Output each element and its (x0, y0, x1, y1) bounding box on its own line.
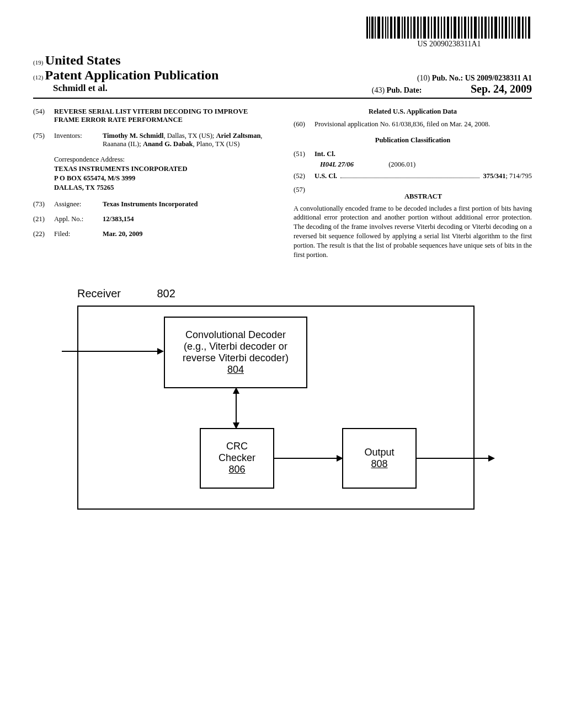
svg-rect-17 (420, 17, 422, 39)
decoder-box: Convolutional Decoder (e.g., Viterbi dec… (164, 317, 307, 388)
output-box: Output 808 (342, 428, 417, 489)
abstract-text: A convolutionally encoded frame to be de… (294, 204, 532, 260)
inventors-value: Timothy M. Schmidl, Dallas, TX (US); Ari… (103, 132, 271, 148)
svg-rect-27 (454, 17, 456, 39)
country-name: United States (45, 53, 121, 67)
pub-no-code: (10) (417, 74, 430, 82)
svg-rect-26 (451, 17, 452, 39)
pub-class-header: Publication Classification (294, 136, 532, 144)
decoder-line3: reverse Viterbi decoder) (183, 352, 289, 364)
svg-rect-48 (525, 17, 526, 39)
diagram-label: Receiver 802 (77, 287, 532, 300)
arrow-bidirectional-icon (236, 388, 237, 428)
filed-row: (22) Filed: Mar. 20, 2009 (33, 230, 271, 238)
output-num: 808 (371, 458, 387, 470)
pub-date-code: (43) (372, 86, 385, 94)
receiver-label: Receiver (77, 287, 121, 299)
correspondence-block: Correspondence Address: TEXAS INSTRUMENT… (54, 155, 271, 192)
svg-rect-36 (484, 17, 487, 39)
block-diagram: Receiver 802 Convolutional Decoder (e.g.… (77, 287, 532, 510)
barcode-icon: US 20090238311A1 (366, 17, 532, 49)
filed-value: Mar. 20, 2009 (103, 230, 142, 238)
assignee-value: Texas Instruments Incorporated (103, 200, 198, 208)
us-cl-num: (52) (294, 172, 315, 180)
crc-line1: CRC (226, 441, 248, 452)
int-cl-year: (2006.01) (388, 160, 415, 168)
prov-num: (60) (294, 120, 315, 129)
corr-line2: P O BOX 655474, M/S 3999 (54, 174, 135, 182)
svg-rect-38 (491, 17, 493, 39)
svg-rect-49 (528, 17, 530, 39)
svg-rect-13 (407, 17, 409, 39)
assignee-label: Assignee: (54, 200, 103, 208)
svg-rect-24 (444, 17, 445, 39)
prov-text: Provisional application No. 61/038,836, … (315, 120, 532, 129)
svg-rect-10 (397, 17, 400, 39)
inventor-2: Ariel Zaltsman (216, 132, 260, 140)
svg-rect-9 (394, 17, 396, 39)
svg-rect-44 (511, 17, 513, 39)
barcode-text: US 20090238311A1 (366, 40, 532, 49)
us-cl-dotted-fill (340, 178, 479, 178)
crc-box: CRC Checker 806 (200, 428, 274, 489)
corr-line3: DALLAS, TX 75265 (54, 184, 114, 191)
us-cl-row: (52) U.S. Cl. 375/341; 714/795 (294, 172, 532, 180)
svg-rect-45 (515, 17, 516, 39)
svg-rect-41 (502, 17, 503, 39)
svg-rect-47 (522, 17, 524, 39)
svg-rect-11 (402, 17, 403, 39)
svg-rect-46 (518, 17, 520, 39)
svg-rect-14 (411, 17, 412, 39)
svg-rect-1 (369, 17, 370, 39)
filed-num: (22) (33, 230, 54, 238)
authors-name: Schmidl et al. (33, 83, 108, 95)
arrow-out-icon (417, 458, 494, 459)
svg-rect-39 (494, 17, 497, 39)
svg-rect-18 (423, 17, 426, 39)
inventors-row: (75) Inventors: Timothy M. Schmidl, Dall… (33, 132, 271, 148)
arrow-crc-out-icon (274, 458, 342, 459)
svg-rect-22 (438, 17, 439, 39)
svg-rect-20 (431, 17, 432, 39)
svg-rect-19 (428, 17, 429, 39)
svg-rect-12 (404, 17, 406, 39)
svg-rect-42 (505, 17, 507, 39)
country-code: (19) (33, 59, 43, 66)
left-column: (54) REVERSE SERIAL LIST VITERBI DECODIN… (33, 108, 271, 260)
svg-rect-8 (390, 17, 392, 39)
svg-rect-2 (371, 17, 374, 39)
related-data-header: Related U.S. Application Data (294, 108, 532, 116)
svg-rect-43 (509, 17, 510, 39)
svg-rect-7 (387, 17, 388, 39)
inventor-3: Anand G. Dabak (143, 140, 193, 148)
output-label: Output (364, 447, 394, 458)
pub-title: Patent Application Publication (45, 68, 219, 82)
int-cl-value: H04L 27/06 (320, 160, 354, 168)
svg-rect-25 (447, 17, 449, 39)
abstract-num: (57) (294, 186, 315, 201)
pub-no-label: Pub. No.: (432, 74, 463, 82)
svg-rect-35 (481, 17, 483, 39)
svg-rect-6 (385, 17, 386, 39)
decoder-num: 804 (227, 364, 244, 376)
svg-rect-0 (366, 17, 368, 39)
abstract-label: ABSTRACT (315, 192, 532, 201)
decoder-line2: (e.g., Viterbi decoder or (184, 341, 287, 352)
appl-label: Appl. No.: (54, 215, 103, 223)
int-cl-row: (51) Int. Cl. H04L 27/06 (2006.01) (294, 149, 532, 170)
svg-rect-21 (434, 17, 436, 39)
right-column: Related U.S. Application Data (60) Provi… (294, 108, 532, 260)
two-column-layout: (54) REVERSE SERIAL LIST VITERBI DECODIN… (33, 108, 532, 260)
crc-num: 806 (228, 464, 245, 475)
svg-rect-5 (382, 17, 383, 39)
pub-no-value: US 2009/0238311 A1 (465, 74, 532, 82)
svg-rect-31 (468, 17, 469, 39)
inventor-1-loc: , Dallas, TX (US); (164, 132, 216, 140)
svg-rect-34 (478, 17, 479, 39)
pub-code: (12) (33, 74, 43, 81)
appl-num: (21) (33, 215, 54, 223)
corr-line1: TEXAS INSTRUMENTS INCORPORATED (54, 165, 187, 173)
svg-rect-16 (417, 17, 419, 39)
svg-rect-40 (499, 17, 500, 39)
inventor-1: Timothy M. Schmidl (103, 132, 164, 140)
